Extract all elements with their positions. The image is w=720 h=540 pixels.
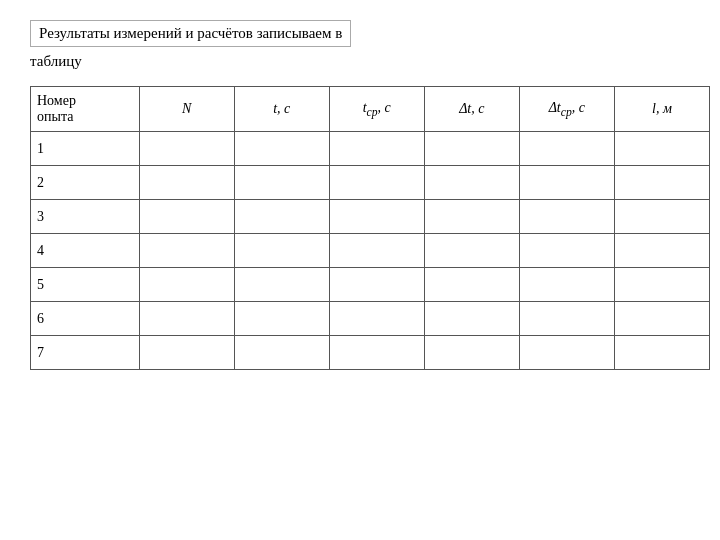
- cell-delta_t: [424, 234, 519, 268]
- cell-tcp: [329, 200, 424, 234]
- cell-tcp: [329, 234, 424, 268]
- cell-N: [139, 234, 234, 268]
- cell-delta_t: [424, 132, 519, 166]
- cell-delta_tcp: [519, 234, 614, 268]
- cell-l: [614, 200, 709, 234]
- cell-numero: 1: [31, 132, 140, 166]
- table-row: 2: [31, 166, 710, 200]
- table-header-row: Номеропыта N t, c tcp, c Δt, c Δtcp, c: [31, 87, 710, 132]
- cell-l: [614, 336, 709, 370]
- cell-tcp: [329, 132, 424, 166]
- cell-delta_tcp: [519, 302, 614, 336]
- cell-numero: 3: [31, 200, 140, 234]
- cell-l: [614, 234, 709, 268]
- cell-delta_tcp: [519, 336, 614, 370]
- cell-tcp: [329, 336, 424, 370]
- cell-l: [614, 302, 709, 336]
- cell-numero: 7: [31, 336, 140, 370]
- col-header-tcp: tcp, c: [329, 87, 424, 132]
- table-row: 3: [31, 200, 710, 234]
- cell-tcp: [329, 268, 424, 302]
- cell-delta_tcp: [519, 268, 614, 302]
- cell-numero: 2: [31, 166, 140, 200]
- table-row: 7: [31, 336, 710, 370]
- col-header-N: N: [139, 87, 234, 132]
- cell-N: [139, 268, 234, 302]
- cell-delta_t: [424, 166, 519, 200]
- cell-N: [139, 200, 234, 234]
- intro-block: Результаты измерений и расчётов записыва…: [30, 20, 690, 70]
- cell-delta_t: [424, 336, 519, 370]
- intro-line1: Результаты измерений и расчётов записыва…: [30, 20, 351, 47]
- col-header-l: l, м: [614, 87, 709, 132]
- page: Результаты измерений и расчётов записыва…: [0, 0, 720, 390]
- col-header-delta-tcp: Δtcp, c: [519, 87, 614, 132]
- cell-numero: 4: [31, 234, 140, 268]
- cell-delta_t: [424, 200, 519, 234]
- cell-delta_t: [424, 268, 519, 302]
- measurements-table: Номеропыта N t, c tcp, c Δt, c Δtcp, c: [30, 86, 710, 370]
- intro-line2: таблицу: [30, 53, 690, 70]
- cell-numero: 5: [31, 268, 140, 302]
- table-row: 5: [31, 268, 710, 302]
- cell-numero: 6: [31, 302, 140, 336]
- cell-l: [614, 268, 709, 302]
- cell-delta_tcp: [519, 200, 614, 234]
- cell-t: [234, 336, 329, 370]
- cell-t: [234, 268, 329, 302]
- col-header-t: t, c: [234, 87, 329, 132]
- cell-t: [234, 132, 329, 166]
- cell-N: [139, 132, 234, 166]
- table-row: 1: [31, 132, 710, 166]
- cell-t: [234, 234, 329, 268]
- col-header-numero: Номеропыта: [31, 87, 140, 132]
- cell-delta_tcp: [519, 132, 614, 166]
- cell-tcp: [329, 302, 424, 336]
- cell-t: [234, 302, 329, 336]
- cell-delta_t: [424, 302, 519, 336]
- cell-N: [139, 336, 234, 370]
- cell-N: [139, 166, 234, 200]
- cell-l: [614, 166, 709, 200]
- cell-t: [234, 166, 329, 200]
- table-row: 6: [31, 302, 710, 336]
- cell-N: [139, 302, 234, 336]
- col-header-delta-t: Δt, c: [424, 87, 519, 132]
- table-row: 4: [31, 234, 710, 268]
- cell-l: [614, 132, 709, 166]
- cell-delta_tcp: [519, 166, 614, 200]
- cell-tcp: [329, 166, 424, 200]
- cell-t: [234, 200, 329, 234]
